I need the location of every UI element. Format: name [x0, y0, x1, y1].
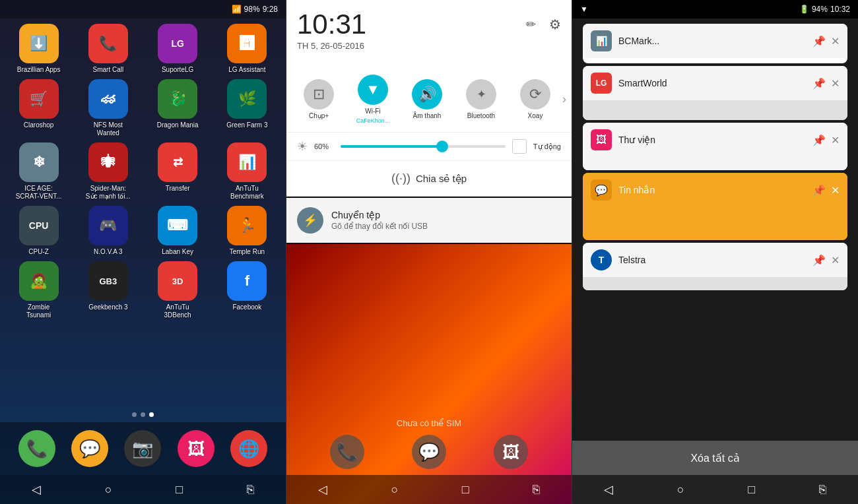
notif-home-button[interactable]: ○	[380, 478, 409, 502]
home-status-icons: 📶	[232, 5, 242, 14]
dot-2	[141, 412, 145, 417]
recent-quickmemo-button[interactable]: ⎘	[808, 478, 837, 502]
toggle-bluetooth[interactable]: ✦ Bluetooth	[454, 79, 508, 119]
tinnhan-preview	[583, 207, 847, 240]
settings-icon[interactable]: ⚙	[549, 16, 561, 32]
app-antutu3d[interactable]: 3D AnTuTu 3DBench	[146, 261, 210, 319]
app-spiderman[interactable]: 🕷 Spider-Man: Sức mạnh tối...	[76, 142, 140, 201]
app-nfs[interactable]: 🏎 NFS Most Wanted	[76, 79, 140, 137]
thuvien-title: Thư viện	[618, 135, 806, 145]
telstra-close-button[interactable]: ✕	[831, 254, 840, 267]
notif-quickmemo-button[interactable]: ⎘	[522, 478, 550, 502]
home-quickmemo-button[interactable]: ⎘	[236, 478, 265, 502]
recent-status-bar: ▼ 🔋 94% 10:32	[572, 0, 858, 18]
app-transfer[interactable]: ⇄ Transfer	[146, 142, 210, 201]
app-brazillian[interactable]: ⬇️ Brazillian Apps	[7, 24, 71, 74]
notif-phone-icon[interactable]: 📞	[330, 435, 364, 469]
home-screen-panel: 📶 98% 9:28 ⬇️ Brazillian Apps 📞 Smart Ca…	[0, 0, 286, 504]
app-iceage[interactable]: ❄ ICE AGE: SCRAT-VENT...	[7, 142, 71, 201]
telstra-pin-icon[interactable]: 📌	[812, 254, 826, 267]
dock-chrome[interactable]: 🌐	[230, 430, 267, 467]
app-labankey[interactable]: ⌨ Laban Key	[146, 206, 210, 256]
edit-icon[interactable]: ✏	[526, 17, 536, 32]
app-geekbench-label: Geekbench 3	[88, 303, 128, 311]
toggle-wifi[interactable]: ▼ Wi-Fi CaFeKhon...	[346, 75, 400, 124]
notif-gallery-icon[interactable]: 🖼	[494, 435, 528, 469]
brightness-auto-checkbox[interactable]	[512, 139, 527, 154]
app-smartcall[interactable]: 📞 Smart Call	[76, 24, 140, 74]
usb-notif-title: Chuyển tệp	[331, 210, 561, 220]
recent-card-smartworld[interactable]: LG SmartWorld 📌 ✕	[583, 66, 847, 120]
home-recents-button[interactable]: □	[165, 478, 193, 502]
recent-home-button[interactable]: ○	[667, 478, 695, 502]
home-home-button[interactable]: ○	[94, 478, 123, 502]
app-suportelg[interactable]: LG SuporteLG	[146, 24, 210, 74]
toggles-arrow[interactable]: ›	[562, 92, 566, 106]
smartworld-title: SmartWorld	[618, 78, 806, 88]
app-zombie[interactable]: 🧟 Zombie Tsunami	[7, 261, 71, 319]
dock-phone[interactable]: 📞	[18, 430, 55, 467]
tinnhan-title: Tin nhắn	[618, 185, 806, 195]
toggle-chup[interactable]: ⊡ Chụp+	[292, 79, 346, 119]
app-dragon[interactable]: 🐉 Dragon Mania	[146, 79, 210, 137]
app-cpuz[interactable]: CPU CPU-Z	[7, 206, 71, 256]
thuvien-close-button[interactable]: ✕	[831, 134, 840, 146]
recent-card-tinnhan[interactable]: 💬 Tin nhắn 📌 ✕	[583, 173, 847, 240]
app-smartcall-label: Smart Call	[93, 66, 124, 74]
bcmark-pin-icon[interactable]: 📌	[812, 35, 826, 47]
app-geekbench[interactable]: GB3 Geekbench 3	[76, 261, 140, 319]
notification-panel: 10:31 ✏ ⚙ TH 5, 26-05-2016 ⊡ Chụp+ ▼ Wi-…	[286, 0, 572, 504]
app-nova3[interactable]: 🎮 N.O.V.A 3	[76, 206, 140, 256]
recent-time: 10:32	[830, 5, 850, 14]
share-icon: ((·))	[391, 172, 411, 185]
thuvien-pin-icon[interactable]: 📌	[812, 134, 826, 146]
no-sim-label: Chưa có thể SIM	[286, 418, 572, 428]
app-facebook[interactable]: f Facebook	[215, 261, 279, 319]
app-greenfarm[interactable]: 🌿 Green Farm 3	[215, 79, 279, 137]
app-antutu[interactable]: 📊 AnTuTu Benchmark	[215, 142, 279, 201]
dot-3	[149, 412, 154, 417]
brightness-slider[interactable]	[341, 145, 506, 148]
notif-msg-icon[interactable]: 💬	[412, 435, 446, 469]
notif-header: 10:31 ✏ ⚙ TH 5, 26-05-2016	[286, 0, 572, 67]
quick-toggles: ⊡ Chụp+ ▼ Wi-Fi CaFeKhon... 🔊 Âm thanh ✦…	[286, 67, 572, 133]
app-lgassistant[interactable]: 🅰 LG Assistant	[215, 24, 279, 74]
recent-card-bcmark[interactable]: 📊 BCMark... 📌 ✕	[583, 24, 847, 63]
recent-card-thuvien[interactable]: 🖼 Thư viện 📌 ✕	[583, 123, 847, 170]
recent-battery-icon: 🔋	[799, 5, 809, 14]
recent-recents-button[interactable]: □	[737, 478, 766, 502]
smartworld-pin-icon[interactable]: 📌	[812, 77, 826, 90]
app-grid: ⬇️ Brazillian Apps 📞 Smart Call LG Supor…	[0, 18, 286, 407]
app-antutu-label: AnTuTu Benchmark	[224, 185, 270, 201]
app-templerun[interactable]: 🏃 Temple Run	[215, 206, 279, 256]
recent-thuvien-header: 🖼 Thư viện 📌 ✕	[583, 123, 847, 157]
share-files-button[interactable]: ((·)) Chia sẻ tệp	[286, 161, 572, 197]
dock-camera[interactable]: 📷	[124, 430, 161, 467]
home-back-button[interactable]: ◁	[21, 477, 51, 502]
rotate-icon: ⟳	[520, 79, 550, 110]
clear-all-button[interactable]: Xóa tất cả	[572, 441, 858, 475]
app-claroshop[interactable]: 🛒 Claroshop	[7, 79, 71, 137]
brightness-thumb[interactable]	[436, 141, 448, 152]
app-iceage-icon: ❄	[19, 142, 59, 182]
recent-back-button[interactable]: ◁	[593, 477, 624, 502]
tinnhan-close-button[interactable]: ✕	[831, 184, 840, 197]
smartworld-close-button[interactable]: ✕	[831, 77, 840, 90]
usb-notif-item[interactable]: ⚡ Chuyển tệp Gõ để thay đổi kết nối USB	[286, 198, 572, 243]
app-antutu3d-label: AnTuTu 3DBench	[154, 303, 201, 319]
app-nova3-label: N.O.V.A 3	[94, 248, 123, 256]
tinnhan-pin-icon[interactable]: 📌	[812, 184, 826, 197]
bcmark-close-button[interactable]: ✕	[831, 35, 840, 47]
toggle-sound[interactable]: 🔊 Âm thanh	[400, 79, 454, 119]
notif-time-row: 10:31 ✏ ⚙	[297, 11, 561, 38]
usb-icon: ⚡	[297, 207, 323, 234]
toggle-rotate[interactable]: ⟳ Xoay	[508, 79, 562, 119]
notif-back-button[interactable]: ◁	[308, 477, 338, 502]
dock-gallery[interactable]: 🖼	[178, 430, 214, 467]
recent-card-telstra[interactable]: T Telstra 📌 ✕	[583, 243, 847, 290]
telstra-title: Telstra	[618, 255, 806, 265]
rotate-label: Xoay	[528, 112, 543, 119]
dock-messages[interactable]: 💬	[71, 430, 108, 467]
notif-recents-button[interactable]: □	[451, 478, 480, 502]
app-geekbench-icon: GB3	[88, 261, 128, 301]
